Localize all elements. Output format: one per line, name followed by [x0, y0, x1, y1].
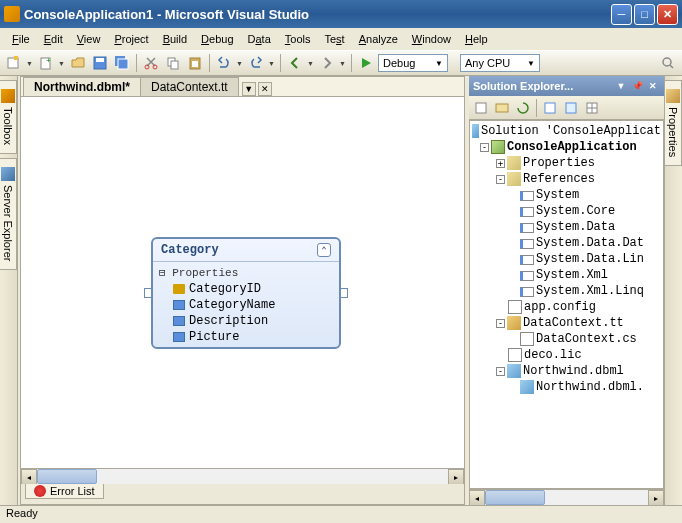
expand-icon[interactable]: +	[496, 159, 505, 168]
menu-test[interactable]: Test	[318, 31, 350, 47]
save-button[interactable]	[90, 53, 110, 73]
entity-box-category[interactable]: Category ⌃ ⊟ Properties CategoryID Categ…	[151, 237, 341, 349]
tree-solution[interactable]: Solution 'ConsoleApplicat	[481, 124, 661, 138]
h-scrollbar[interactable]: ◂ ▸	[21, 468, 464, 484]
tree-ref[interactable]: System.Data	[536, 220, 615, 234]
add-dropdown[interactable]: ▼	[58, 60, 66, 67]
view-diagram-button[interactable]	[582, 98, 602, 118]
paste-button[interactable]	[185, 53, 205, 73]
tree-file[interactable]: Northwind.dbml.	[536, 380, 644, 394]
svg-rect-16	[496, 104, 508, 112]
view-designer-button[interactable]	[561, 98, 581, 118]
tree-ref[interactable]: System.Xml.Linq	[536, 284, 644, 298]
pane-dropdown[interactable]: ▼	[614, 79, 628, 93]
show-all-button[interactable]	[492, 98, 512, 118]
solution-toolbar	[469, 96, 664, 120]
menu-file[interactable]: File	[6, 31, 36, 47]
tree-h-scrollbar[interactable]: ◂ ▸	[469, 489, 664, 505]
tree-file[interactable]: DataContext.tt	[523, 316, 624, 330]
expand-icon[interactable]: -	[496, 367, 505, 376]
platform-combo[interactable]: Any CPU▼	[460, 54, 540, 72]
tabs-dropdown[interactable]: ▼	[242, 82, 256, 96]
property-icon	[173, 316, 185, 326]
redo-dropdown[interactable]: ▼	[268, 60, 276, 67]
server-explorer-tab[interactable]: Server Explorer	[0, 158, 17, 270]
folder-icon	[507, 156, 521, 170]
cut-button[interactable]	[141, 53, 161, 73]
view-code-button[interactable]	[540, 98, 560, 118]
config-combo[interactable]: Debug▼	[378, 54, 448, 72]
refresh-button[interactable]	[513, 98, 533, 118]
open-button[interactable]	[68, 53, 88, 73]
new-dropdown[interactable]: ▼	[26, 60, 34, 67]
properties-tab[interactable]: Properties	[665, 80, 682, 166]
tree-file[interactable]: DataContext.cs	[536, 332, 637, 346]
start-debug-button[interactable]	[356, 53, 376, 73]
menu-data[interactable]: Data	[242, 31, 277, 47]
expand-icon[interactable]: -	[496, 175, 505, 184]
save-all-button[interactable]	[112, 53, 132, 73]
new-project-button[interactable]	[4, 53, 24, 73]
property-row[interactable]: Description	[157, 313, 335, 329]
menu-view[interactable]: View	[71, 31, 107, 47]
property-row[interactable]: Picture	[157, 329, 335, 345]
tree-file[interactable]: Northwind.dbml	[523, 364, 624, 378]
scroll-right[interactable]: ▸	[448, 469, 464, 485]
undo-dropdown[interactable]: ▼	[236, 60, 244, 67]
tree-properties[interactable]: Properties	[523, 156, 595, 170]
tree-ref[interactable]: System.Xml	[536, 268, 608, 282]
menu-debug[interactable]: Debug	[195, 31, 239, 47]
close-button[interactable]: ✕	[657, 4, 678, 25]
tree-references[interactable]: References	[523, 172, 595, 186]
tree-ref[interactable]: System.Data.Dat	[536, 236, 644, 250]
error-list-tab[interactable]: Error List	[25, 484, 104, 499]
menu-analyze[interactable]: Analyze	[353, 31, 404, 47]
expand-icon[interactable]: -	[480, 143, 489, 152]
expand-icon[interactable]: -	[496, 319, 505, 328]
solution-tree[interactable]: Solution 'ConsoleApplicat -ConsoleApplic…	[469, 120, 664, 489]
reference-icon	[520, 207, 534, 217]
menu-help[interactable]: Help	[459, 31, 494, 47]
properties-button[interactable]	[471, 98, 491, 118]
connector-left[interactable]	[144, 288, 152, 298]
tree-ref[interactable]: System.Core	[536, 204, 615, 218]
maximize-button[interactable]: □	[634, 4, 655, 25]
scroll-left[interactable]: ◂	[21, 469, 37, 485]
tabs-close[interactable]: ✕	[258, 82, 272, 96]
navigate-fwd-button[interactable]	[317, 53, 337, 73]
tree-ref[interactable]: System.Data.Lin	[536, 252, 644, 266]
menu-tools[interactable]: Tools	[279, 31, 317, 47]
add-item-button[interactable]: +	[36, 53, 56, 73]
tree-project[interactable]: ConsoleApplication	[507, 140, 637, 154]
main-toolbar: ▼ +▼ ▼ ▼ ▼ ▼ Debug▼ Any CPU▼	[0, 50, 682, 76]
property-row[interactable]: CategoryName	[157, 297, 335, 313]
minimize-button[interactable]: ─	[611, 4, 632, 25]
menu-window[interactable]: Window	[406, 31, 457, 47]
tab-datacontext-tt[interactable]: DataContext.tt	[140, 77, 239, 96]
connector-right[interactable]	[340, 288, 348, 298]
document-tabs: Northwind.dbml* DataContext.tt ▼ ✕	[21, 77, 464, 97]
tab-northwind-dbml[interactable]: Northwind.dbml*	[23, 77, 141, 96]
tree-file[interactable]: app.config	[524, 300, 596, 314]
svg-rect-7	[118, 59, 128, 69]
collapse-icon[interactable]: ⌃	[317, 243, 331, 257]
menu-project[interactable]: Project	[108, 31, 154, 47]
pane-pin-icon[interactable]: 📌	[630, 79, 644, 93]
toolbox-tab[interactable]: Toolbox	[0, 80, 17, 154]
property-row[interactable]: CategoryID	[157, 281, 335, 297]
menu-build[interactable]: Build	[157, 31, 193, 47]
designer-canvas[interactable]: Category ⌃ ⊟ Properties CategoryID Categ…	[21, 97, 464, 468]
find-button[interactable]	[658, 53, 678, 73]
navigate-back-button[interactable]	[285, 53, 305, 73]
project-icon	[491, 140, 505, 154]
entity-name: Category	[161, 243, 219, 257]
copy-button[interactable]	[163, 53, 183, 73]
pane-close[interactable]: ✕	[646, 79, 660, 93]
undo-button[interactable]	[214, 53, 234, 73]
menu-edit[interactable]: Edit	[38, 31, 69, 47]
tree-ref[interactable]: System	[536, 188, 579, 202]
scroll-thumb[interactable]	[37, 469, 97, 484]
tree-file[interactable]: deco.lic	[524, 348, 582, 362]
redo-button[interactable]	[246, 53, 266, 73]
pane-title: Solution Explorer...	[473, 80, 573, 92]
